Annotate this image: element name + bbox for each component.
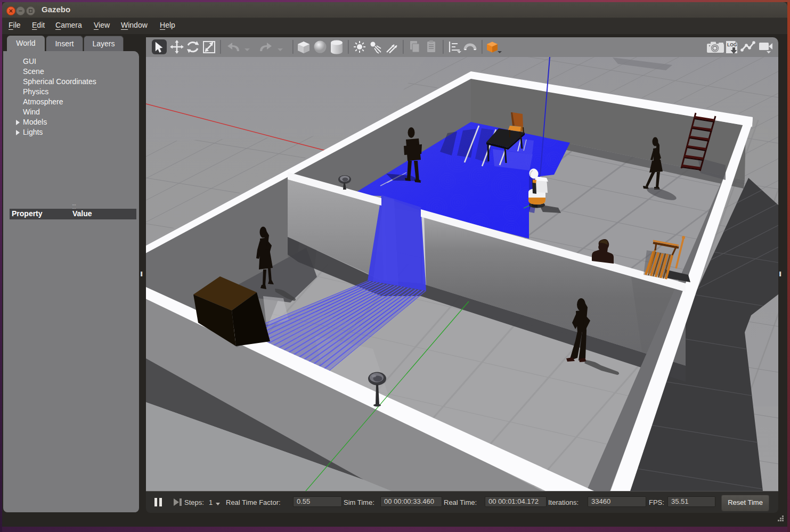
svg-text:LOG: LOG xyxy=(727,42,737,47)
